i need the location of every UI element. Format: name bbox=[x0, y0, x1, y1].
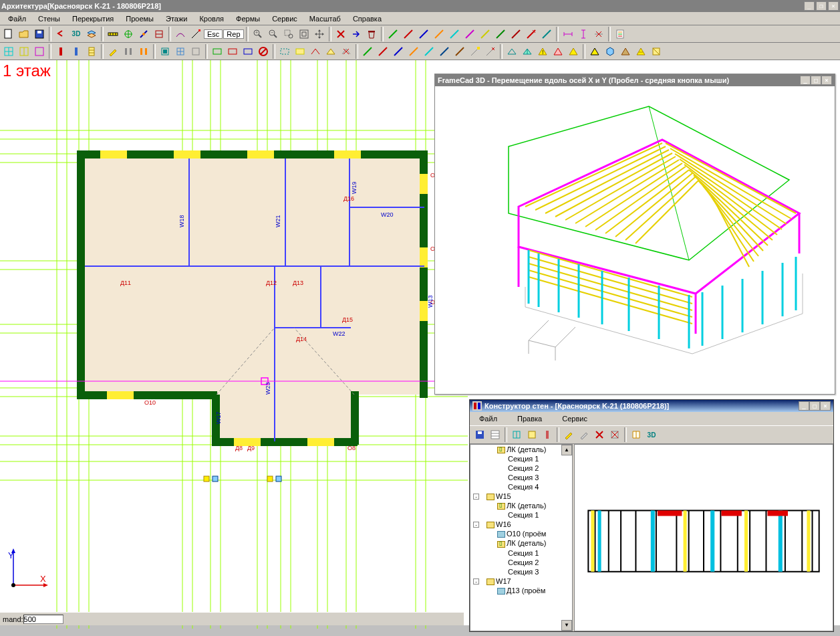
ww-pencil-icon[interactable] bbox=[561, 427, 576, 442]
grid-yellow-icon[interactable] bbox=[17, 44, 31, 59]
ln-orange-icon[interactable] bbox=[406, 44, 421, 59]
framecad-3d-window[interactable]: FrameCad 3D - Перемещение вдоль осей X и… bbox=[434, 74, 835, 395]
zoom-fit-icon[interactable] bbox=[297, 27, 311, 41]
menu-scale[interactable]: Масштаб bbox=[304, 13, 346, 24]
columns-small-icon[interactable] bbox=[121, 44, 136, 59]
tree-item[interactable]: Секция 3 bbox=[470, 567, 572, 576]
ln-green-icon[interactable] bbox=[360, 44, 375, 59]
wallwin-close-icon[interactable]: × bbox=[820, 401, 831, 411]
tree-scroll-down-icon[interactable]: ▼ bbox=[561, 620, 572, 631]
open-file-icon[interactable] bbox=[17, 27, 31, 41]
gable-yellow-icon[interactable] bbox=[634, 44, 648, 59]
ln-red-icon[interactable] bbox=[376, 44, 390, 59]
ww-pencil2-icon[interactable] bbox=[577, 427, 591, 442]
truss-del-icon[interactable] bbox=[339, 44, 354, 59]
blue-arrow-icon[interactable] bbox=[349, 27, 364, 41]
tree-item[interactable]: Д13 (проём bbox=[470, 586, 572, 595]
menu-floors[interactable]: Перекрытия bbox=[67, 13, 119, 24]
pencil-icon[interactable] bbox=[106, 44, 120, 59]
win3d-close-icon[interactable]: × bbox=[821, 76, 832, 85]
no-entry-icon[interactable] bbox=[256, 44, 271, 59]
tool-icon-d[interactable] bbox=[173, 27, 188, 41]
wall-tree[interactable]: ▲ ЛК (деталь)Секция 1Секция 2Секция 3Сек… bbox=[470, 444, 573, 631]
menu-file[interactable]: Файл bbox=[3, 13, 31, 24]
line-red2-icon[interactable] bbox=[509, 27, 523, 41]
grid-magenta-icon[interactable] bbox=[32, 44, 47, 59]
line-magenta-icon[interactable] bbox=[462, 27, 477, 41]
framecad-3d-view[interactable] bbox=[435, 86, 835, 394]
ww-window-icon[interactable] bbox=[509, 427, 524, 442]
ln-edit-icon[interactable] bbox=[468, 44, 482, 59]
gable-fill-icon[interactable] bbox=[587, 44, 602, 59]
win3d-minimize-icon[interactable]: _ bbox=[800, 76, 811, 85]
ww-delete-sq-icon[interactable] bbox=[607, 427, 622, 442]
dim-h-icon[interactable] bbox=[561, 27, 575, 41]
line-teal-icon[interactable] bbox=[539, 27, 554, 41]
tool-icon-e[interactable] bbox=[188, 27, 203, 41]
tree-item[interactable]: -W17 bbox=[470, 576, 572, 586]
wallwin-menu-service[interactable]: Сервис bbox=[557, 413, 593, 424]
truss-gable-icon[interactable] bbox=[520, 44, 535, 59]
rect-green-icon[interactable] bbox=[210, 44, 225, 59]
dim-v-icon[interactable] bbox=[576, 27, 591, 41]
columns-orange-icon[interactable] bbox=[136, 44, 151, 59]
vbar-blue-icon[interactable] bbox=[69, 44, 84, 59]
three-d-button[interactable]: 3D bbox=[69, 27, 84, 41]
ww-bar-icon[interactable] bbox=[540, 427, 555, 442]
menu-walls[interactable]: Стены bbox=[33, 13, 65, 24]
tree-item[interactable]: Секция 3 bbox=[470, 473, 572, 482]
line-orange-icon[interactable] bbox=[432, 27, 446, 41]
tree-toggle-icon[interactable]: - bbox=[473, 578, 479, 585]
tree-item[interactable]: Секция 1 bbox=[470, 548, 572, 558]
tree-item[interactable]: Секция 1 bbox=[470, 510, 572, 520]
half-sq-icon[interactable] bbox=[649, 44, 664, 59]
undo-icon[interactable] bbox=[53, 27, 68, 41]
wall-section-icon[interactable] bbox=[84, 44, 99, 59]
tree-item[interactable]: -W16 bbox=[470, 520, 572, 529]
tool-icon-b[interactable] bbox=[136, 27, 151, 41]
tree-toggle-icon[interactable]: - bbox=[473, 522, 479, 528]
truss-red-icon[interactable] bbox=[551, 44, 565, 59]
tree-item[interactable]: ЛК (деталь) bbox=[470, 501, 572, 510]
truss-warn-icon[interactable]: ! bbox=[535, 44, 550, 59]
dim-del-icon[interactable] bbox=[591, 27, 606, 41]
tree-item[interactable]: ЛК (деталь) bbox=[470, 445, 572, 454]
roof-dash-icon[interactable] bbox=[277, 44, 292, 59]
zoom-in-icon[interactable]: + bbox=[251, 27, 265, 41]
tree-item[interactable]: Секция 2 bbox=[470, 463, 572, 473]
truss-outline-icon[interactable] bbox=[505, 44, 519, 59]
status-value-input[interactable] bbox=[23, 615, 63, 624]
ln-brown-icon[interactable] bbox=[452, 44, 467, 59]
door-icon[interactable] bbox=[158, 44, 172, 59]
wallwin-titlebar[interactable]: Конструктор стен - [Красноярск K-21 (180… bbox=[470, 400, 833, 412]
menu-help[interactable]: Справка bbox=[347, 13, 387, 24]
wallwin-menu-edit[interactable]: Правка bbox=[512, 413, 547, 424]
menu-roof[interactable]: Кровля bbox=[194, 13, 229, 24]
measure-icon[interactable] bbox=[106, 27, 120, 41]
wall-constructor-window[interactable]: Конструктор стен - [Красноярск K-21 (180… bbox=[469, 399, 834, 632]
line-cyan-icon[interactable] bbox=[447, 27, 462, 41]
new-file-icon[interactable] bbox=[1, 27, 16, 41]
tree-item[interactable]: Секция 4 bbox=[470, 482, 572, 492]
zoom-pan-icon[interactable] bbox=[312, 27, 327, 41]
wallwin-minimize-icon[interactable]: _ bbox=[799, 401, 809, 411]
wallwin-maximize-icon[interactable]: □ bbox=[809, 401, 820, 411]
rect-blue-icon[interactable] bbox=[241, 44, 255, 59]
zoom-out-icon[interactable]: − bbox=[266, 27, 281, 41]
win3d-titlebar[interactable]: FrameCad 3D - Перемещение вдоль осей X и… bbox=[435, 74, 835, 86]
ww-save-icon[interactable] bbox=[472, 427, 487, 442]
tree-item[interactable]: -W15 bbox=[470, 492, 572, 501]
close-icon[interactable]: × bbox=[828, 1, 839, 11]
rect-red-icon[interactable] bbox=[225, 44, 240, 59]
wallwin-menu-file[interactable]: Файл bbox=[474, 413, 503, 424]
maximize-icon[interactable]: ❐ bbox=[816, 1, 827, 11]
tree-item[interactable]: ЛК (деталь) bbox=[470, 538, 572, 548]
roof-brown-icon[interactable] bbox=[618, 44, 633, 59]
save-icon[interactable] bbox=[32, 27, 47, 41]
vbar-red-icon[interactable] bbox=[53, 44, 68, 59]
line-red-icon[interactable] bbox=[401, 27, 416, 41]
ww-delete-icon[interactable] bbox=[592, 427, 607, 442]
rep-button[interactable]: Rep bbox=[223, 29, 243, 39]
tool-icon-a[interactable] bbox=[121, 27, 136, 41]
cube-icon[interactable] bbox=[603, 44, 617, 59]
